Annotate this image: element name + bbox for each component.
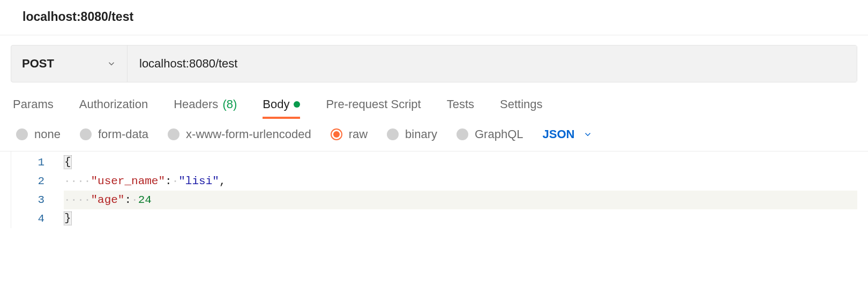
request-row: POST localhost:8080/test (11, 45, 857, 82)
code-line: } (64, 209, 857, 228)
body-type-formdata[interactable]: form-data (80, 127, 148, 141)
body-type-raw[interactable]: raw (331, 127, 368, 141)
radio-icon (457, 128, 468, 140)
line-number: 2 (11, 172, 44, 191)
brace-open-icon: { (64, 155, 72, 169)
request-url-value: localhost:8080/test (139, 57, 237, 71)
body-type-none[interactable]: none (16, 127, 61, 141)
chevron-down-icon (583, 130, 593, 139)
code-line: { (64, 153, 857, 172)
tab-body[interactable]: Body (263, 97, 300, 118)
radio-icon (80, 128, 92, 140)
tab-authorization[interactable]: Authorization (79, 97, 148, 118)
tab-headers[interactable]: Headers (8) (174, 97, 237, 118)
tab-prerequest-script[interactable]: Pre-request Script (326, 97, 421, 118)
body-format-select[interactable]: JSON (543, 127, 593, 141)
editor-code[interactable]: { ····"user_name":·"lisi", ····"age":·24… (59, 152, 857, 228)
line-number: 3 (11, 191, 44, 209)
body-type-selector: none form-data x-www-form-urlencoded raw… (0, 118, 868, 152)
tab-params[interactable]: Params (13, 97, 54, 118)
request-title: localhost:8080/test (0, 0, 868, 35)
http-method-select[interactable]: POST (11, 46, 128, 82)
body-type-urlencoded[interactable]: x-www-form-urlencoded (168, 127, 311, 141)
headers-count: (8) (222, 97, 237, 111)
radio-icon (16, 128, 28, 140)
body-modified-indicator-icon (294, 101, 300, 108)
tab-tests[interactable]: Tests (447, 97, 474, 118)
body-type-binary[interactable]: binary (387, 127, 437, 141)
body-type-graphql[interactable]: GraphQL (457, 127, 523, 141)
line-number: 4 (11, 209, 44, 228)
brace-close-icon: } (64, 211, 72, 225)
line-number: 1 (11, 153, 44, 172)
body-editor[interactable]: 1 2 3 4 { ····"user_name":·"lisi", ····"… (11, 152, 857, 228)
chevron-down-icon (106, 58, 117, 70)
editor-gutter: 1 2 3 4 (11, 152, 59, 228)
code-line: ····"age":·24 (64, 191, 857, 209)
radio-icon (331, 128, 342, 140)
code-line: ····"user_name":·"lisi", (64, 172, 857, 191)
radio-icon (387, 128, 399, 140)
http-method-value: POST (22, 57, 54, 71)
request-url-input[interactable]: localhost:8080/test (128, 46, 857, 82)
request-tabs: Params Authorization Headers (8) Body Pr… (0, 82, 868, 118)
radio-icon (168, 128, 179, 140)
body-format-value: JSON (543, 127, 575, 141)
tab-settings[interactable]: Settings (500, 97, 543, 118)
